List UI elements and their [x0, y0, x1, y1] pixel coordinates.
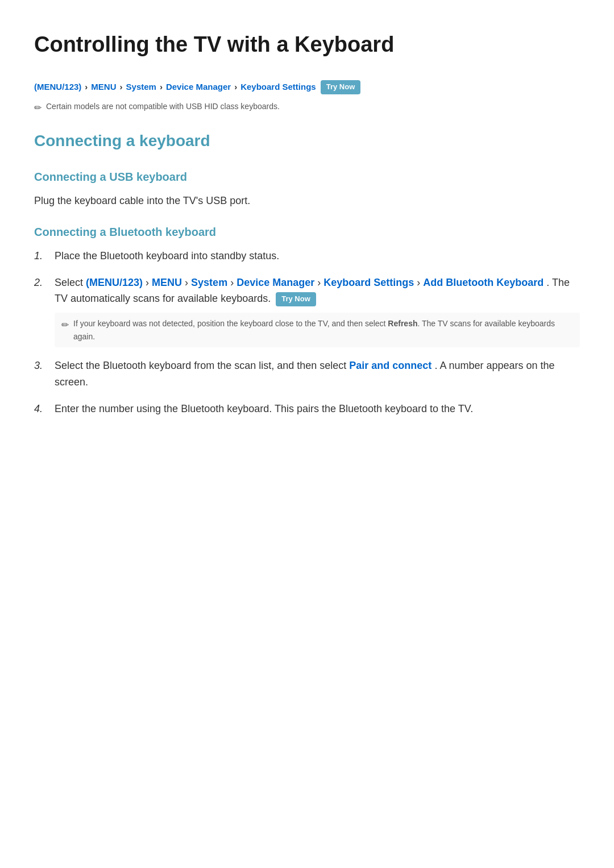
breadcrumb-menu123[interactable]: (MENU/123) — [34, 80, 81, 94]
pencil-icon-step2: ✏ — [61, 318, 69, 333]
step-number-4: 4. — [34, 401, 48, 417]
step-4-text: Enter the number using the Bluetooth key… — [55, 401, 580, 417]
pencil-icon-main: ✏ — [34, 101, 42, 115]
refresh-link[interactable]: Refresh — [388, 319, 417, 328]
pair-and-connect-link[interactable]: Pair and connect — [349, 360, 432, 371]
breadcrumb-sep2: › — [120, 80, 123, 94]
breadcrumb-sep3: › — [160, 80, 163, 94]
breadcrumb: (MENU/123) › MENU › System › Device Mana… — [34, 80, 580, 94]
step-3-prefix: Select the Bluetooth keyboard from the s… — [55, 360, 349, 371]
breadcrumb-keyboard-settings[interactable]: Keyboard Settings — [240, 80, 316, 94]
step2-sep2: › — [185, 277, 191, 288]
step-number-3: 3. — [34, 358, 48, 374]
step-number-1: 1. — [34, 248, 48, 264]
step2-breadcrumb-device-manager[interactable]: Device Manager — [237, 277, 314, 288]
list-item: 1. Place the Bluetooth keyboard into sta… — [34, 248, 580, 264]
step2-sep3: › — [230, 277, 237, 288]
subsection-usb-title: Connecting a USB keyboard — [34, 168, 580, 186]
step2-breadcrumb-menu123[interactable]: (MENU/123) — [86, 277, 143, 288]
step2-breadcrumb-menu[interactable]: MENU — [152, 277, 182, 288]
section-connecting-title: Connecting a keyboard — [34, 128, 580, 154]
breadcrumb-system[interactable]: System — [126, 80, 156, 94]
list-item: 3. Select the Bluetooth keyboard from th… — [34, 358, 580, 391]
bluetooth-steps-list: 1. Place the Bluetooth keyboard into sta… — [34, 248, 580, 417]
main-note-text: Certain models are not compatible with U… — [46, 100, 280, 113]
step-number-2: 2. — [34, 275, 48, 291]
step2-sep4: › — [317, 277, 323, 288]
step-3-content: Select the Bluetooth keyboard from the s… — [55, 358, 580, 391]
page-title: Controlling the TV with a Keyboard — [34, 27, 580, 67]
breadcrumb-device-manager[interactable]: Device Manager — [166, 80, 231, 94]
step2-breadcrumb-system[interactable]: System — [191, 277, 227, 288]
step-1-text: Place the Bluetooth keyboard into standb… — [55, 248, 580, 264]
try-now-badge-step2[interactable]: Try Now — [276, 292, 316, 306]
step2-sep5: › — [417, 277, 423, 288]
step2-breadcrumb-add-bluetooth[interactable]: Add Bluetooth Keyboard — [423, 277, 544, 288]
main-note: ✏ Certain models are not compatible with… — [34, 100, 580, 115]
list-item: 4. Enter the number using the Bluetooth … — [34, 401, 580, 417]
subsection-bluetooth-title: Connecting a Bluetooth keyboard — [34, 223, 580, 241]
try-now-badge-main[interactable]: Try Now — [321, 80, 361, 94]
usb-body-text: Plug the keyboard cable into the TV's US… — [34, 193, 580, 209]
step-2-subnote: ✏ If your keyboard was not detected, pos… — [55, 313, 580, 347]
breadcrumb-menu[interactable]: MENU — [91, 80, 116, 94]
list-item: 2. Select (MENU/123) › MENU › System › D… — [34, 275, 580, 347]
step2-sep1: › — [146, 277, 152, 288]
step-2-prefix: Select — [55, 277, 86, 288]
step-2-content: Select (MENU/123) › MENU › System › Devi… — [55, 275, 580, 347]
breadcrumb-sep1: › — [85, 80, 88, 94]
step2-breadcrumb-keyboard-settings[interactable]: Keyboard Settings — [323, 277, 414, 288]
breadcrumb-sep4: › — [234, 80, 237, 94]
step-2-subnote-text: If your keyboard was not detected, posit… — [73, 317, 573, 343]
